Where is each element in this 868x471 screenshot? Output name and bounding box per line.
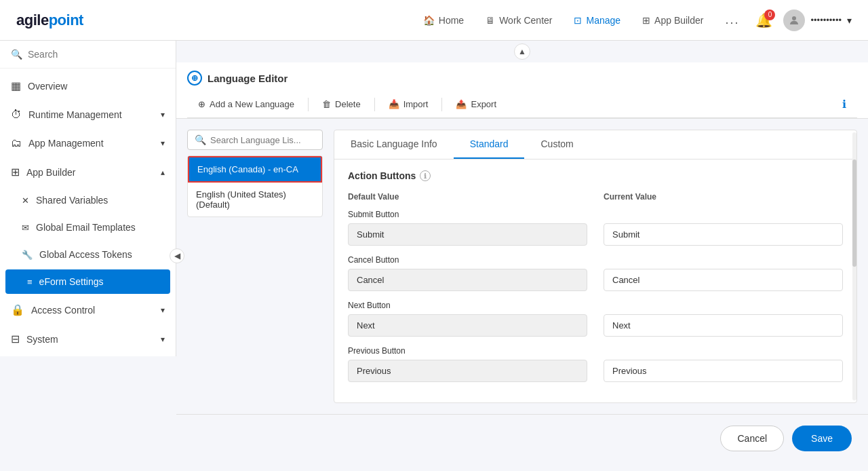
language-editor-title: ⊕ Language Editor (187, 62, 857, 91)
tab-basic-language-info[interactable]: Basic Language Info (334, 130, 454, 159)
field-row-3: Previous Button (348, 346, 843, 382)
app-builder-chevron-icon: ▴ (161, 168, 165, 177)
user-name: •••••••••• (810, 15, 842, 25)
scrollbar-track (852, 132, 856, 400)
footer-buttons: Cancel Save (176, 414, 868, 462)
export-label: Export (471, 99, 496, 109)
user-avatar (783, 10, 805, 31)
user-chevron-icon: ▾ (847, 15, 852, 26)
right-panel: Basic Language Info Standard Custom Acti… (334, 130, 857, 403)
field-current-input-3[interactable] (604, 360, 843, 382)
delete-button[interactable]: 🗑 Delete (311, 92, 372, 116)
sidebar-item-runtime-management[interactable]: ⏱ Runtime Management ▾ (0, 100, 176, 129)
logo[interactable]: agilepoint (16, 12, 83, 29)
sidebar-item-app-builder[interactable]: ⊞ App Builder ▴ (0, 157, 176, 187)
toolbar-separator-2 (374, 98, 375, 111)
tab-custom[interactable]: Custom (524, 130, 589, 159)
export-button[interactable]: 📤 Export (445, 92, 507, 116)
sidebar-item-eform-settings[interactable]: ≡ eForm Settings (5, 269, 170, 294)
sidebar: 🔍 ▦ Overview ⏱ Runtime Management ▾ 🗂 (0, 41, 176, 356)
field-label-3: Previous Button (348, 346, 587, 356)
language-editor-header: ⊕ Language Editor ⊕ Add a New Language 🗑… (176, 62, 868, 119)
sidebar-item-label-access-tokens: Global Access Tokens (39, 249, 165, 260)
nav-home[interactable]: 🏠 Home (423, 15, 464, 26)
field-label-2: Next Button (348, 301, 587, 310)
notification-bell[interactable]: 🔔 0 (755, 12, 772, 29)
sidebar-collapse-button[interactable]: ◀ (170, 248, 184, 263)
sidebar-item-shared-variables[interactable]: ✕ Shared Variables (0, 187, 176, 214)
more-button[interactable]: ... (725, 13, 739, 27)
workcenter-label: Work Center (499, 15, 552, 26)
field-default-input-0 (348, 223, 587, 246)
cancel-button[interactable]: Cancel (720, 426, 784, 451)
field-current-input-1[interactable] (604, 269, 843, 291)
tab-content-standard: Action Buttons ℹ Default Value Current V… (334, 159, 856, 402)
sidebar-item-label-system: System (26, 334, 154, 345)
language-editor-label: Language Editor (208, 73, 288, 84)
sidebar-item-overview[interactable]: ▦ Overview (0, 71, 176, 100)
lang-search-icon: 🔍 (195, 134, 206, 145)
manage-icon: ⊡ (574, 15, 582, 26)
language-search-box[interactable]: 🔍 (187, 130, 323, 150)
system-chevron-icon: ▾ (161, 335, 165, 344)
home-label: Home (439, 15, 464, 26)
language-editor-icon: ⊕ (187, 71, 202, 86)
field-label-1: Cancel Button (348, 255, 587, 265)
access-control-chevron-icon: ▾ (161, 305, 165, 315)
lang-item-en-US[interactable]: English (United States) (Default) (188, 183, 322, 216)
sidebar-item-label-runtime: Runtime Management (28, 109, 154, 120)
sidebar-item-global-email-templates[interactable]: ✉ Global Email Templates (0, 214, 176, 241)
main-content: ▲ ⊕ Language Editor ⊕ Add a New Language… (176, 41, 868, 471)
nav-workcenter[interactable]: 🖥 Work Center (486, 15, 552, 26)
field-label-0: Submit Button (348, 210, 587, 219)
add-icon: ⊕ (198, 99, 205, 109)
sidebar-item-access-control[interactable]: 🔒 Access Control ▾ (0, 295, 176, 324)
add-new-language-button[interactable]: ⊕ Add a New Language (187, 92, 305, 116)
info-icon[interactable]: ℹ (831, 91, 857, 117)
sidebar-search-box[interactable]: 🔍 (0, 41, 176, 69)
sidebar-item-label-overview: Overview (28, 81, 165, 92)
scrollbar-thumb (852, 159, 856, 267)
import-button[interactable]: 📥 Import (378, 92, 439, 116)
field-current-input-2[interactable] (604, 314, 843, 337)
action-buttons-section-title: Action Buttons ℹ (348, 170, 843, 181)
field-label-col-2: Next Button (348, 301, 595, 337)
nav-right-area: 🔔 0 •••••••••• ▾ (755, 10, 852, 31)
user-menu[interactable]: •••••••••• ▾ (783, 10, 852, 31)
nav-manage[interactable]: ⊡ Manage (574, 15, 620, 26)
import-icon: 📥 (389, 99, 399, 109)
section-info-icon[interactable]: ℹ (420, 170, 431, 181)
field-label-col-0: Submit Button (348, 210, 595, 246)
lang-item-en-CA[interactable]: English (Canada) - en-CA (188, 156, 322, 183)
language-search-input[interactable] (210, 135, 315, 145)
field-label-col-3: Previous Button (348, 346, 595, 382)
editor-body: 🔍 English (Canada) - en-CA English (Unit… (176, 119, 868, 414)
collapse-top-button[interactable]: ▲ (514, 43, 530, 60)
delete-label: Delete (335, 99, 361, 109)
field-current-col-1 (595, 255, 843, 291)
field-default-input-1 (348, 269, 587, 291)
toolbar-separator-3 (441, 98, 442, 111)
field-current-input-0[interactable] (604, 223, 843, 246)
app-mgmt-icon: 🗂 (11, 137, 22, 149)
sidebar-item-system[interactable]: ⊟ System ▾ (0, 324, 176, 354)
appbuilder-icon: ⊞ (642, 15, 650, 26)
field-current-col-2 (595, 301, 843, 337)
sidebar-item-label-shared-vars: Shared Variables (36, 195, 165, 206)
system-icon: ⊟ (11, 333, 20, 345)
tab-bar: Basic Language Info Standard Custom (334, 130, 856, 159)
tab-standard[interactable]: Standard (454, 130, 525, 159)
vertical-scrollbar[interactable] (852, 130, 857, 403)
access-control-icon: 🔒 (11, 303, 24, 316)
runtime-chevron-icon: ▾ (161, 110, 165, 119)
email-templates-icon: ✉ (22, 223, 29, 233)
nav-appbuilder[interactable]: ⊞ App Builder (642, 15, 703, 26)
save-button[interactable]: Save (792, 426, 852, 451)
sidebar-item-global-access-tokens[interactable]: 🔧 Global Access Tokens (0, 241, 176, 268)
sidebar-item-label-app-mgmt: App Management (28, 138, 154, 149)
access-tokens-icon: 🔧 (22, 250, 33, 260)
field-default-input-3 (348, 360, 587, 382)
sidebar-item-app-management[interactable]: 🗂 App Management ▾ (0, 129, 176, 157)
import-label: Import (403, 99, 429, 109)
sidebar-search-input[interactable] (28, 49, 165, 60)
